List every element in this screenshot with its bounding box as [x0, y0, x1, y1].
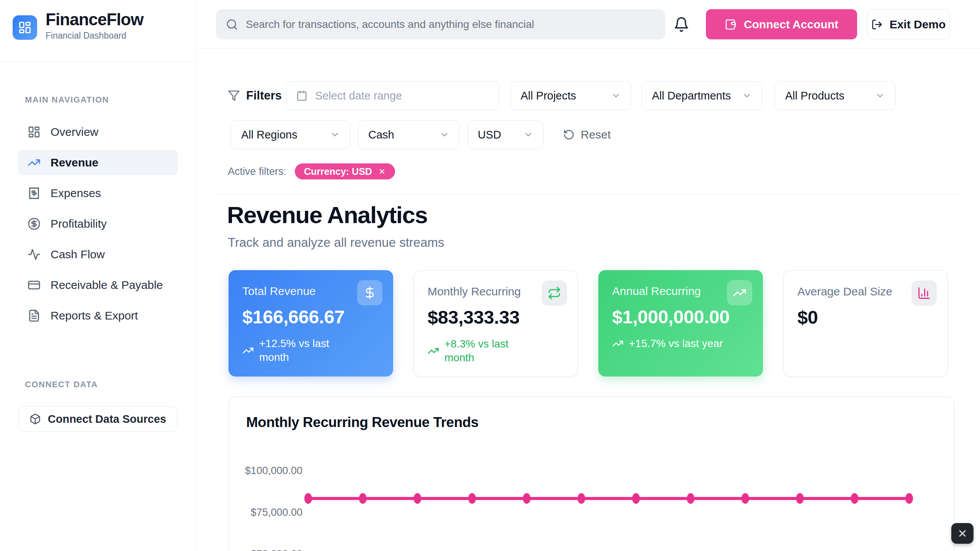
main-content: Filters All Projects All Departments All…: [196, 49, 980, 551]
chart-data-point[interactable]: [632, 493, 640, 504]
stat-change: +15.7% vs last year: [612, 337, 749, 350]
chart-data-point[interactable]: [796, 493, 804, 504]
currency-select[interactable]: USD: [467, 120, 544, 149]
chart-data-point[interactable]: [414, 493, 421, 504]
stat-card-average-deal-size[interactable]: Average Deal Size $0: [783, 270, 948, 377]
payment-type-select[interactable]: Cash: [358, 120, 460, 149]
currency-filter-chip[interactable]: Currency: USD: [295, 163, 395, 179]
chart-data-point[interactable]: [905, 493, 913, 504]
chart-data-point[interactable]: [523, 493, 531, 504]
sidebar-item-expenses[interactable]: Expenses: [18, 181, 178, 206]
sidebar-item-reports-export[interactable]: Reports & Export: [18, 303, 178, 328]
activity-icon: [28, 248, 41, 261]
global-search[interactable]: [216, 9, 665, 39]
chevron-down-icon: [611, 91, 621, 101]
reset-filters-button[interactable]: Reset: [563, 120, 611, 149]
stat-card-annual-recurring[interactable]: Annual Recurring $1,000,000.00 +15.7% vs…: [598, 270, 763, 377]
app-logo-icon: [13, 15, 37, 40]
sidebar-item-label: Revenue: [51, 156, 98, 169]
stat-card-monthly-recurring[interactable]: Monthly Recurring $83,333.33 +8.3% vs la…: [413, 270, 578, 377]
trend-up-icon: [242, 345, 254, 356]
sidebar-item-label: Receivable & Payable: [51, 279, 163, 292]
top-bar: Connect Account Exit Demo: [196, 0, 980, 49]
nav-section-title-connect: CONNECT DATA: [25, 380, 98, 390]
stat-change: +12.5% vs last month: [242, 337, 379, 365]
bell-icon: [673, 16, 689, 33]
y-axis-tick-label: $50,000.00: [251, 548, 302, 551]
nav-section-title-main: MAIN NAVIGATION: [25, 95, 109, 105]
circle-dollar-icon: [28, 217, 41, 230]
trend-up-icon: [428, 345, 439, 357]
stat-card-total-revenue[interactable]: Total Revenue $166,666.67 +12.5% vs last…: [229, 270, 393, 377]
sidebar-item-label: Profitability: [51, 217, 107, 230]
search-icon: [226, 18, 238, 31]
sidebar-item-label: Overview: [51, 126, 98, 139]
stat-change: +8.3% vs last month: [428, 337, 564, 365]
wallet-icon: [725, 18, 737, 31]
brand[interactable]: FinanceFlow Financial Dashboard: [13, 10, 143, 41]
date-range-field[interactable]: [286, 81, 499, 110]
trend-up-icon: [727, 280, 752, 305]
chevron-down-icon: [742, 91, 752, 101]
regions-select-value: All Regions: [241, 129, 297, 141]
chart-data-point[interactable]: [304, 493, 312, 504]
projects-select[interactable]: All Projects: [510, 81, 631, 110]
chevron-down-icon: [875, 91, 885, 101]
chart-data-point[interactable]: [851, 493, 858, 504]
sidebar-item-label: Cash Flow: [51, 248, 105, 261]
filters-title: Filters: [228, 81, 282, 110]
active-filters-label: Active filters:: [228, 166, 286, 178]
close-icon: ✕: [957, 527, 967, 540]
trending-up-icon: [28, 156, 41, 169]
brand-name: FinanceFlow: [46, 10, 143, 29]
products-select-value: All Products: [785, 90, 844, 102]
filters-row-1: Filters All Projects All Departments All…: [196, 81, 980, 110]
stat-value: $0: [797, 306, 934, 328]
receipt-icon: [28, 187, 41, 200]
trend-up-icon: [612, 338, 624, 349]
page-subtitle: Track and analyze all revenue streams: [228, 235, 444, 250]
chart-data-point[interactable]: [468, 493, 476, 504]
chart-title: Monthly Recurring Revenue Trends: [246, 414, 479, 430]
sidebar-item-profitability[interactable]: Profitability: [18, 211, 178, 236]
chart-data-point[interactable]: [687, 493, 694, 504]
exit-demo-label: Exit Demo: [890, 18, 946, 31]
connect-data-sources-label: Connect Data Sources: [48, 413, 166, 425]
sidebar-item-cash-flow[interactable]: Cash Flow: [18, 242, 178, 267]
chart-data-point[interactable]: [359, 493, 367, 504]
stat-value: $83,333.33: [428, 306, 564, 328]
date-range-input[interactable]: [315, 90, 489, 102]
mrr-trends-chart-card: $100,000.00$75,000.00$50,000.00 Monthly …: [229, 396, 954, 551]
filters-row-2: All Regions Cash USD Reset: [196, 120, 980, 149]
regions-select[interactable]: All Regions: [231, 120, 350, 149]
connect-data-sources-button[interactable]: Connect Data Sources: [18, 406, 177, 432]
dashboard-icon: [28, 126, 41, 139]
departments-select[interactable]: All Departments: [642, 81, 762, 110]
notifications-button[interactable]: [673, 16, 689, 33]
chart-data-point[interactable]: [578, 493, 585, 504]
filters-label: Filters: [246, 89, 282, 103]
sidebar-item-receivable-payable[interactable]: Receivable & Payable: [18, 272, 178, 298]
remove-filter-icon[interactable]: [378, 168, 386, 175]
currency-filter-chip-label: Currency: USD: [304, 166, 372, 177]
search-input[interactable]: [246, 18, 655, 31]
reset-icon: [563, 129, 575, 140]
chevron-down-icon: [523, 130, 533, 140]
sidebar-item-overview[interactable]: Overview: [18, 119, 178, 145]
products-select[interactable]: All Products: [775, 81, 895, 110]
overlay-close-button[interactable]: ✕: [951, 523, 973, 544]
chevron-down-icon: [330, 130, 340, 140]
calendar-icon: [296, 90, 307, 102]
connect-account-label: Connect Account: [744, 18, 838, 31]
brand-tagline: Financial Dashboard: [46, 31, 143, 41]
section-divider: [215, 194, 964, 194]
sidebar-item-revenue[interactable]: Revenue: [18, 150, 178, 175]
stat-value: $1,000,000.00: [612, 306, 749, 328]
file-text-icon: [28, 309, 41, 322]
exit-demo-button[interactable]: Exit Demo: [867, 9, 950, 39]
sidebar: FinanceFlow Financial Dashboard MAIN NAV…: [0, 0, 196, 551]
y-axis-tick-label: $75,000.00: [251, 507, 302, 518]
connect-account-button[interactable]: Connect Account: [706, 9, 857, 39]
chart-data-point[interactable]: [742, 493, 749, 504]
dollar-icon: [357, 280, 382, 305]
